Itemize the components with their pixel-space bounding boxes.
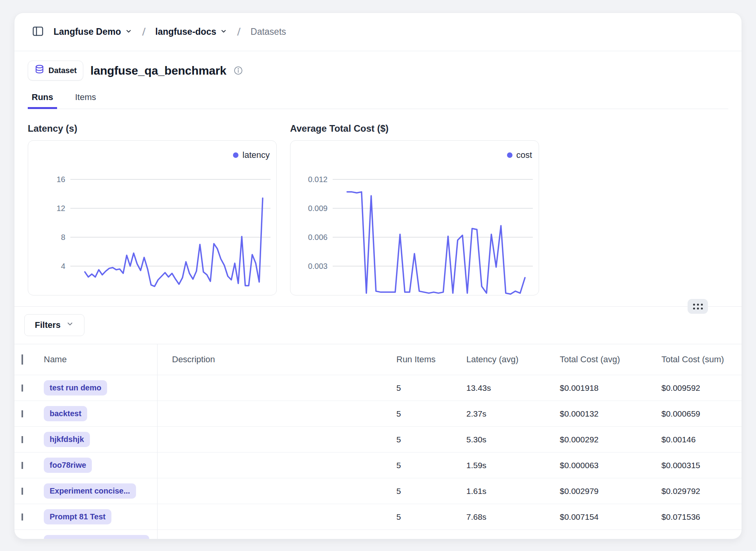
table-row: backtest 5 2.37s $0.000132 $0.000659 <box>14 401 742 427</box>
table-body: test run demo 5 13.43s $0.001918 $0.0095… <box>14 375 742 539</box>
column-header-run-items[interactable]: Run Items <box>382 354 452 365</box>
grip-dots-icon <box>693 303 703 310</box>
column-header-total-cost-sum[interactable]: Total Cost (sum) <box>647 354 742 365</box>
run-name-pill[interactable]: Experiment concise... <box>44 483 136 499</box>
column-header-total-cost-avg[interactable]: Total Cost (avg) <box>545 354 647 365</box>
total-cost-sum-cell: $0.071536 <box>647 512 742 522</box>
resize-handle-button[interactable] <box>688 299 708 314</box>
sidebar-toggle-button[interactable] <box>31 25 45 39</box>
run-name-pill[interactable]: Prompt 81 Test <box>44 509 111 524</box>
total-cost-sum-cell: $0.000659 <box>647 409 742 419</box>
run-name-pill[interactable]: backtest <box>44 406 87 421</box>
latency-avg-cell: 13.43s <box>452 383 545 393</box>
filters-bar: Filters <box>14 307 742 344</box>
tabs: Runs Items <box>28 92 728 109</box>
total-cost-sum-cell: $0.00146 <box>647 435 742 444</box>
tab-runs[interactable]: Runs <box>29 92 56 109</box>
total-cost-avg-cell: $0.001918 <box>545 383 647 393</box>
panel-left-icon <box>32 25 44 39</box>
run-name-pill[interactable]: hjkfdshjk <box>44 432 90 447</box>
page-head: Dataset langfuse_qa_benchmark Runs Items <box>14 51 742 109</box>
latency-chart-box: 481216 latency <box>28 140 277 295</box>
info-icon[interactable] <box>233 66 243 75</box>
total-cost-sum-cell: $0.000315 <box>647 461 742 470</box>
column-header-description[interactable]: Description <box>158 354 382 365</box>
row-checkbox[interactable] <box>21 436 23 443</box>
total-cost-sum-cell: $0.009592 <box>647 383 742 393</box>
legend-dot-icon <box>507 152 512 158</box>
filters-button[interactable]: Filters <box>24 314 84 336</box>
table-row <box>14 530 742 539</box>
run-name-pill[interactable] <box>44 535 149 540</box>
svg-text:8: 8 <box>61 233 65 242</box>
legend-label: latency <box>242 150 270 160</box>
tab-items[interactable]: Items <box>73 92 99 109</box>
breadcrumb-separator: / <box>140 26 147 38</box>
table-row: Experiment concise... 5 1.61s $0.002979 … <box>14 478 742 504</box>
total-cost-avg-cell: $0.000292 <box>545 435 647 444</box>
cost-chart: Average Total Cost ($) 0.0030.0060.0090.… <box>290 123 539 295</box>
column-header-name[interactable]: Name <box>39 344 158 375</box>
svg-text:0.012: 0.012 <box>308 175 328 184</box>
latency-avg-cell: 1.59s <box>452 461 545 470</box>
row-checkbox[interactable] <box>21 462 23 469</box>
charts-section: Latency (s) 481216 latency Average Total… <box>14 109 742 307</box>
cost-legend: cost <box>507 150 532 160</box>
latency-legend: latency <box>233 150 270 160</box>
topbar: Langfuse Demo / langfuse-docs / Datasets <box>14 13 742 51</box>
table-row: foo78riwe 5 1.59s $0.000063 $0.000315 <box>14 453 742 478</box>
latency-avg-cell: 2.37s <box>452 409 545 419</box>
main-card: Langfuse Demo / langfuse-docs / Datasets <box>14 13 742 539</box>
chart-title-cost: Average Total Cost ($) <box>290 123 539 134</box>
breadcrumb-datasets[interactable]: Datasets <box>251 27 286 37</box>
runs-table: Name Description Run Items Latency (avg)… <box>14 344 742 539</box>
run-items-cell: 5 <box>382 487 452 496</box>
row-checkbox[interactable] <box>21 385 23 392</box>
latency-avg-cell: 1.61s <box>452 487 545 496</box>
svg-text:4: 4 <box>61 262 65 270</box>
run-name-pill[interactable]: test run demo <box>44 380 107 395</box>
page-title: langfuse_qa_benchmark <box>90 64 226 77</box>
database-icon <box>34 64 45 77</box>
chevron-down-icon <box>66 320 74 330</box>
row-checkbox[interactable] <box>21 488 23 495</box>
total-cost-avg-cell: $0.002979 <box>545 487 647 496</box>
breadcrumb-project[interactable]: langfuse-docs <box>155 27 227 37</box>
cost-line-chart: 0.0030.0060.0090.012 <box>290 141 539 295</box>
table-row: Prompt 81 Test 5 7.68s $0.007154 $0.0715… <box>14 504 742 530</box>
run-items-cell: 5 <box>382 383 452 393</box>
legend-dot-icon <box>233 152 238 158</box>
run-items-cell: 5 <box>382 409 452 419</box>
cost-chart-box: 0.0030.0060.0090.012 cost <box>290 140 539 295</box>
breadcrumb-org[interactable]: Langfuse Demo <box>54 27 132 37</box>
row-checkbox[interactable] <box>21 410 23 417</box>
svg-text:0.003: 0.003 <box>308 262 328 270</box>
total-cost-avg-cell: $0.000132 <box>545 409 647 419</box>
chevron-down-icon <box>220 27 227 37</box>
dataset-badge: Dataset <box>28 61 83 81</box>
run-items-cell: 5 <box>382 512 452 522</box>
select-all-checkbox[interactable] <box>21 354 23 365</box>
run-items-cell: 5 <box>382 461 452 470</box>
total-cost-avg-cell: $0.007154 <box>545 512 647 522</box>
total-cost-sum-cell: $0.029792 <box>647 487 742 496</box>
filters-button-label: Filters <box>35 320 61 330</box>
latency-avg-cell: 5.30s <box>452 435 545 444</box>
latency-avg-cell: 7.68s <box>452 512 545 522</box>
breadcrumb-project-label: langfuse-docs <box>155 27 216 37</box>
dataset-badge-label: Dataset <box>48 66 77 75</box>
latency-line-chart: 481216 <box>28 141 276 295</box>
chart-title-latency: Latency (s) <box>28 123 277 134</box>
row-checkbox[interactable] <box>21 539 23 540</box>
table-header-row: Name Description Run Items Latency (avg)… <box>14 344 742 375</box>
latency-chart: Latency (s) 481216 latency <box>28 123 277 295</box>
row-checkbox[interactable] <box>21 513 23 521</box>
column-header-latency-avg[interactable]: Latency (avg) <box>452 354 545 365</box>
chevron-down-icon <box>125 27 132 37</box>
svg-text:0.006: 0.006 <box>308 233 328 242</box>
legend-label: cost <box>516 150 532 160</box>
run-name-pill[interactable]: foo78riwe <box>44 458 92 473</box>
svg-text:0.009: 0.009 <box>308 204 328 213</box>
svg-text:12: 12 <box>57 204 65 213</box>
run-items-cell: 5 <box>382 435 452 444</box>
